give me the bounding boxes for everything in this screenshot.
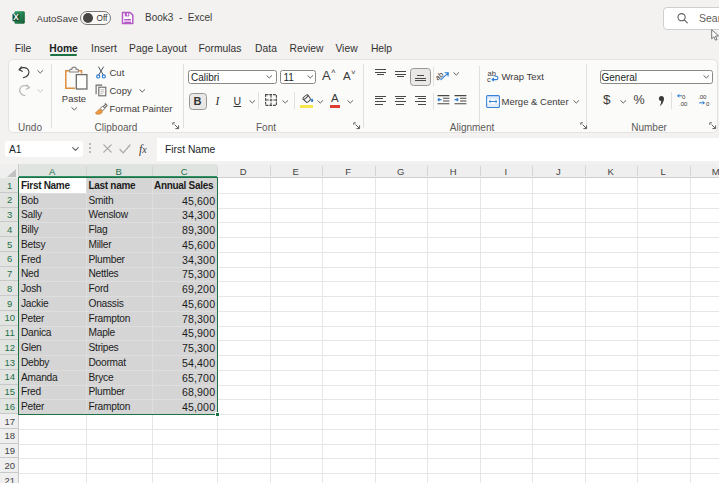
svg-text:c: c xyxy=(487,75,491,83)
svg-text:0: 0 xyxy=(682,94,686,100)
svg-text:.00: .00 xyxy=(698,94,707,100)
svg-text:0: 0 xyxy=(706,101,710,107)
svg-text:X: X xyxy=(13,13,19,22)
svg-text:.00: .00 xyxy=(679,101,688,107)
